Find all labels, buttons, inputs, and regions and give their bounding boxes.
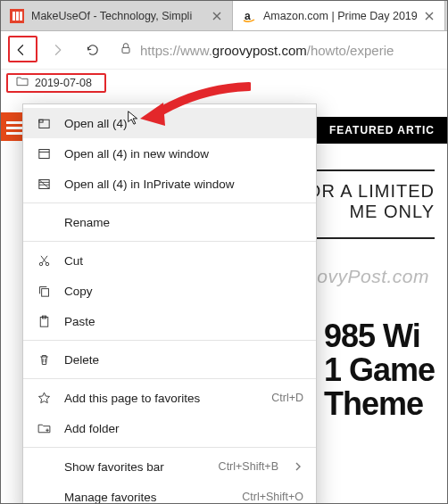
paste-icon — [36, 313, 52, 329]
tab-icon — [36, 115, 52, 131]
svg-rect-2 — [16, 12, 19, 21]
favicon-amazon: a — [242, 9, 256, 23]
menu-separator — [23, 241, 316, 242]
headline[interactable]: 985 Wi 1 Game Theme — [324, 319, 435, 420]
folder-add-icon — [36, 420, 52, 436]
url-prefix: https://www. — [140, 43, 212, 58]
svg-rect-11 — [38, 120, 48, 128]
promo-line-1: OR A LIMITED — [307, 181, 435, 202]
svg-text:a: a — [245, 10, 251, 22]
tab-amazon[interactable]: a Amazon.com | Prime Day 2019 — [233, 1, 445, 30]
svg-rect-13 — [38, 149, 48, 158]
menu-label: Show favorites bar — [64, 460, 199, 474]
divider — [301, 169, 435, 171]
folder-icon — [15, 74, 29, 91]
close-icon[interactable] — [211, 10, 223, 22]
menu-add-favorite[interactable]: Add this page to favorites Ctrl+D — [23, 383, 316, 413]
svg-point-17 — [46, 262, 48, 265]
svg-rect-8 — [6, 121, 24, 124]
menu-cut[interactable]: Cut — [23, 245, 316, 276]
menu-show-favorites-bar[interactable]: Show favorites bar Ctrl+Shift+B — [23, 451, 316, 482]
headline-l3: Theme — [324, 387, 435, 421]
lock-icon — [119, 41, 133, 59]
url-text: https://www.groovypost.com/howto/experie — [140, 43, 394, 58]
menu-shortcut: Ctrl+D — [271, 392, 303, 404]
menu-rename[interactable]: Rename — [23, 207, 316, 237]
menu-label: Cut — [64, 254, 303, 268]
window-icon — [36, 145, 52, 161]
bookmark-folder[interactable]: 2019-07-08 — [10, 71, 97, 94]
promo-line-2: ME ONLY — [307, 202, 435, 222]
menu-label: Add folder — [64, 422, 303, 435]
svg-rect-12 — [38, 120, 42, 122]
menu-label: Paste — [64, 315, 303, 328]
toolbar: https://www.groovypost.com/howto/experie — [1, 31, 447, 69]
headline-l1: 985 Wi — [324, 319, 435, 353]
url-domain: groovypost.com — [212, 43, 307, 58]
menu-label: Delete — [64, 353, 303, 367]
tab-strip: MakeUseOf - Technology, Simpli a Amazon.… — [1, 1, 447, 31]
forward-button[interactable] — [44, 37, 71, 63]
chevron-right-icon — [295, 460, 303, 474]
tab-title: Amazon.com | Prime Day 2019 — [263, 10, 418, 22]
menu-label: Manage favorites — [64, 491, 222, 504]
featured-banner[interactable]: FEATURED ARTIC — [317, 117, 447, 144]
back-button[interactable] — [8, 37, 35, 63]
menu-separator — [23, 340, 316, 341]
svg-rect-9 — [6, 127, 24, 129]
svg-rect-10 — [6, 132, 24, 135]
tab-title: MakeUseOf - Technology, Simpli — [31, 10, 205, 22]
menu-shortcut: Ctrl+Shift+B — [219, 460, 278, 473]
address-bar[interactable]: https://www.groovypost.com/howto/experie — [115, 41, 440, 59]
svg-rect-6 — [122, 47, 129, 53]
favicon-makeuseof — [10, 9, 24, 23]
svg-rect-18 — [41, 288, 48, 296]
close-icon[interactable] — [423, 10, 436, 22]
blank-icon — [36, 489, 52, 504]
menu-label: Add this page to favorites — [64, 392, 252, 405]
divider — [301, 237, 435, 239]
headline-l2: 1 Game — [324, 353, 435, 387]
menu-add-folder[interactable]: Add folder — [23, 413, 316, 443]
menu-separator — [23, 378, 316, 379]
cut-icon — [36, 252, 52, 269]
blank-icon — [36, 214, 52, 230]
menu-paste[interactable]: Paste — [23, 306, 316, 336]
menu-label: Copy — [64, 285, 303, 298]
menu-shortcut: Ctrl+Shift+O — [242, 491, 303, 503]
refresh-button[interactable] — [79, 37, 106, 63]
menu-open-all[interactable]: Open all (4) — [23, 108, 316, 138]
menu-label: Rename — [64, 216, 303, 229]
menu-separator — [23, 202, 316, 203]
bookmarks-bar: 2019-07-08 — [1, 69, 447, 95]
menu-label: Open all (4) — [64, 117, 303, 130]
promo-text: OR A LIMITED ME ONLY — [307, 181, 435, 222]
context-menu: Open all (4) Open all (4) in new window … — [22, 103, 317, 504]
svg-rect-3 — [20, 12, 22, 21]
menu-open-all-inprivate[interactable]: Open all (4) in InPrivate window — [23, 169, 316, 199]
menu-separator — [23, 447, 316, 448]
menu-manage-favorites[interactable]: Manage favorites Ctrl+Shift+O — [23, 482, 316, 504]
svg-point-16 — [39, 262, 42, 265]
svg-rect-1 — [12, 12, 15, 21]
menu-label: Open all (4) in new window — [64, 147, 303, 161]
menu-copy[interactable]: Copy — [23, 276, 316, 306]
featured-label: FEATURED ARTIC — [329, 124, 435, 136]
star-icon — [36, 390, 52, 406]
menu-open-all-new-window[interactable]: Open all (4) in new window — [23, 138, 316, 169]
delete-icon — [36, 351, 52, 368]
url-path: /howto/experie — [307, 43, 394, 58]
blank-icon — [36, 459, 52, 475]
menu-label: Open all (4) in InPrivate window — [64, 178, 303, 191]
bookmark-folder-label: 2019-07-08 — [35, 77, 92, 89]
copy-icon — [36, 283, 52, 299]
menu-delete[interactable]: Delete — [23, 344, 316, 375]
tab-makeuseof[interactable]: MakeUseOf - Technology, Simpli — [1, 1, 233, 30]
inprivate-icon — [36, 176, 52, 192]
